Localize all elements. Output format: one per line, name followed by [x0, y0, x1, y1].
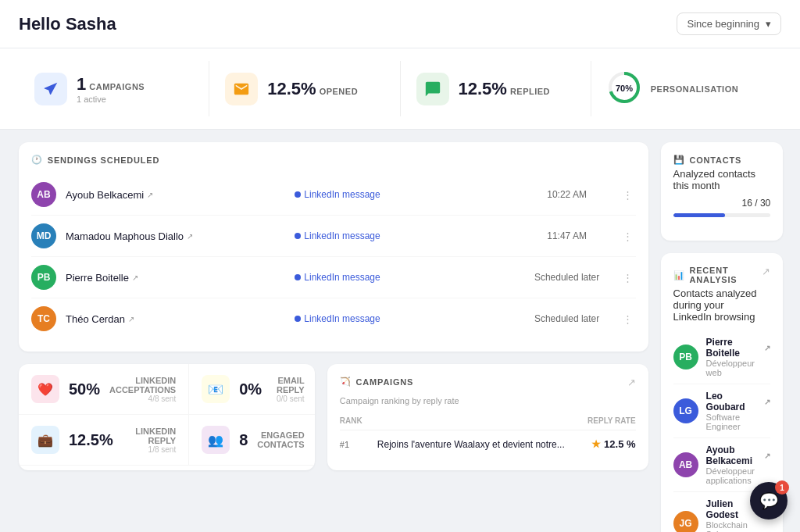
avatar: TC	[31, 306, 56, 331]
campaign-name: Rejoins l'aventure Waalaxy et devient no…	[377, 439, 567, 450]
list-item: AB Ayoub Belkacemi ↗ Développeur applica…	[673, 438, 771, 492]
engaged-icon: 👥	[202, 426, 230, 454]
avatar: LG	[673, 398, 698, 423]
campaign-rate: ★ 12.5 %	[573, 438, 636, 450]
left-column: 🕐 SENDINGS SCHEDULED AB Ayoub Belkacemi …	[19, 142, 648, 532]
avatar: AB	[673, 452, 698, 477]
campaign-row: #1 Rejoins l'aventure Waalaxy et devient…	[340, 430, 636, 458]
clock-icon: 🕐	[31, 155, 43, 165]
chat-bubble[interactable]: 💬 1	[750, 482, 788, 520]
sendings-table: AB Ayoub Belkacemi ↗ LinkedIn message 10…	[31, 174, 636, 339]
name-col-header	[371, 416, 573, 425]
ext-link-icon: ↗	[764, 452, 770, 460]
analysis-info: Leo Goubard ↗ Software Engineer	[706, 391, 771, 431]
metric-linkedin-reply: 💼 12.5% LINKEDIN REPLY 1/8 sent	[19, 415, 189, 466]
metrics-card: ❤️ 50% LINKEDIN ACCEPTATIONS 4/8 sent 📧 …	[19, 364, 315, 470]
metric-label-block: EMAIL REPLY 0/0 sent	[271, 376, 305, 403]
stats-bar: 1 CAMPAIGNS 1 active 12.5% OPENED 12.5% …	[0, 48, 800, 130]
replied-icon	[416, 73, 449, 105]
avatar: PB	[31, 265, 56, 290]
stat-campaigns: 1 CAMPAIGNS 1 active	[19, 61, 209, 116]
channel-badge: LinkedIn message	[295, 189, 514, 200]
more-menu-button[interactable]: ⋮	[620, 227, 636, 245]
analysis-info: Ayoub Belkacemi ↗ Développeur applicatio…	[706, 445, 771, 485]
contact-name: Pierre Boitelle ↗	[66, 272, 285, 284]
ext-link-icon: ↗	[764, 398, 770, 406]
replied-stat-info: 12.5% REPLIED	[459, 79, 551, 99]
analysis-subtitle: Contacts analyzed during your LinkedIn b…	[673, 287, 762, 323]
more-menu-button[interactable]: ⋮	[620, 186, 636, 204]
metric-linkedin-accept: ❤️ 50% LINKEDIN ACCEPTATIONS 4/8 sent	[19, 364, 189, 415]
campaigns-sub: 1 active	[77, 95, 145, 104]
contacts-title: 💾 CONTACTS	[673, 155, 771, 165]
period-label: Since beginning	[687, 18, 759, 30]
analysis-info: Pierre Boitelle ↗ Développeur web	[706, 337, 771, 377]
chart-icon: 📊	[673, 270, 685, 280]
campaigns-label: CAMPAIGNS	[89, 82, 145, 91]
campaign-rank: #1	[340, 440, 371, 449]
replied-label: REPLIED	[510, 87, 550, 96]
avatar: AB	[31, 182, 56, 207]
main-content: 🕐 SENDINGS SCHEDULED AB Ayoub Belkacemi …	[0, 130, 800, 532]
campaigns-value: 1	[77, 74, 86, 95]
contact-name: Mamadou Maphous Diallo ↗	[66, 230, 285, 242]
analysis-title: 📊 RECENT ANALYSIS	[673, 266, 762, 284]
external-link-icon: ↗	[147, 191, 153, 199]
svg-text:70%: 70%	[616, 84, 633, 93]
channel-badge: LinkedIn message	[295, 313, 514, 324]
external-link-icon: ↗	[128, 315, 134, 323]
external-link-icon: ↗	[187, 232, 193, 241]
contacts-card: 💾 CONTACTS Analyzed contacts this month …	[661, 142, 784, 241]
metric-label-block: ENGAGED CONTACTS	[257, 430, 304, 449]
table-row: AB Ayoub Belkacemi ↗ LinkedIn message 10…	[31, 174, 636, 216]
more-menu-button[interactable]: ⋮	[620, 269, 636, 287]
replied-value: 12.5%	[459, 79, 507, 99]
opened-value: 12.5%	[267, 79, 316, 99]
campaigns-icon	[34, 73, 67, 105]
opened-label: OPENED	[320, 87, 358, 96]
campaigns-stat-info: 1 CAMPAIGNS 1 active	[77, 74, 145, 104]
table-row: MD Mamadou Maphous Diallo ↗ LinkedIn mes…	[31, 216, 636, 257]
metric-engaged: 👥 8 ENGAGED CONTACTS	[189, 415, 315, 466]
chat-icon: 💬	[759, 491, 779, 510]
metric-label-block: LINKEDIN REPLY 1/8 sent	[123, 427, 176, 454]
campaigns-subtitle: Campaign ranking by reply rate	[340, 396, 459, 405]
period-selector[interactable]: Since beginning ▾	[677, 12, 781, 35]
ext-link-icon: ↗	[764, 344, 770, 352]
linkedin-reply-icon: 💼	[31, 426, 59, 454]
time-col: 11:47 AM	[524, 230, 610, 241]
list-item: PB Pierre Boitelle ↗ Développeur web	[673, 330, 771, 384]
campaigns-section-icon: 🏹	[340, 377, 352, 387]
rate-col-header: REPLY RATE	[573, 416, 636, 425]
channel-badge: LinkedIn message	[295, 272, 514, 283]
time-col: Scheduled later	[524, 313, 610, 324]
channel-badge: LinkedIn message	[295, 230, 514, 241]
avatar: MD	[31, 223, 56, 248]
more-menu-button[interactable]: ⋮	[620, 310, 636, 328]
sendings-card: 🕐 SENDINGS SCHEDULED AB Ayoub Belkacemi …	[19, 142, 648, 352]
sendings-title: 🕐 SENDINGS SCHEDULED	[31, 155, 636, 165]
time-col: Scheduled later	[524, 272, 610, 283]
table-row: TC Théo Cerdan ↗ LinkedIn message Schedu…	[31, 298, 636, 339]
email-reply-icon: 📧	[202, 375, 230, 403]
analysis-title-block: 📊 RECENT ANALYSIS Contacts analyzed duri…	[673, 266, 762, 330]
personalisation-label: PERSONALISATION	[651, 84, 738, 94]
external-link-icon[interactable]: ↗	[762, 266, 770, 277]
metric-value-block: 8	[239, 431, 248, 449]
contacts-progress-fill	[673, 213, 725, 217]
analysis-header: 📊 RECENT ANALYSIS Contacts analyzed duri…	[673, 266, 771, 330]
rank-col-header: RANK	[340, 416, 371, 425]
metric-value-block: 12.5%	[69, 431, 113, 449]
external-link-icon[interactable]: ↗	[627, 377, 636, 388]
contacts-icon: 💾	[673, 155, 685, 165]
stat-opened: 12.5% OPENED	[209, 61, 400, 116]
opened-stat-info: 12.5% OPENED	[267, 79, 358, 99]
external-link-icon: ↗	[132, 273, 138, 282]
page-title: Hello Sasha	[19, 14, 116, 34]
avatar: PB	[673, 345, 698, 370]
contacts-progress-value: 16 / 30	[742, 198, 771, 209]
contact-name: Ayoub Belkacemi ↗	[66, 189, 285, 201]
linkedin-accept-icon: ❤️	[31, 375, 59, 403]
opened-icon	[225, 73, 258, 105]
time-col: 10:22 AM	[524, 189, 610, 200]
